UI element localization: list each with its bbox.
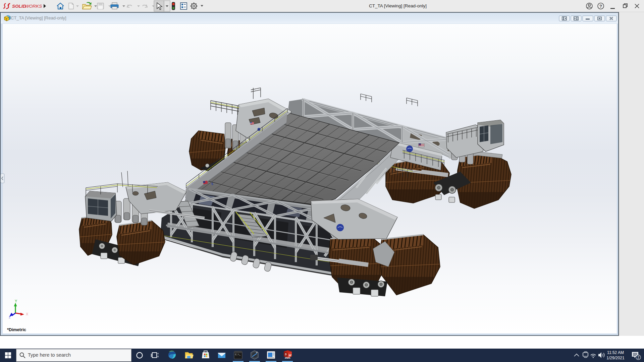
svg-text:?: ?	[599, 4, 602, 9]
svg-text:C:\_: C:\_	[235, 353, 241, 356]
svg-text:X: X	[26, 312, 29, 316]
svg-text:Z: Z	[9, 316, 11, 319]
svg-text:SOLID: SOLID	[12, 4, 26, 9]
svg-text:2021: 2021	[285, 356, 290, 359]
svg-text:S: S	[285, 353, 287, 356]
svg-text:Y: Y	[15, 299, 17, 303]
svg-text:WORKS: WORKS	[25, 4, 42, 9]
svg-text:2: 2	[637, 356, 639, 359]
